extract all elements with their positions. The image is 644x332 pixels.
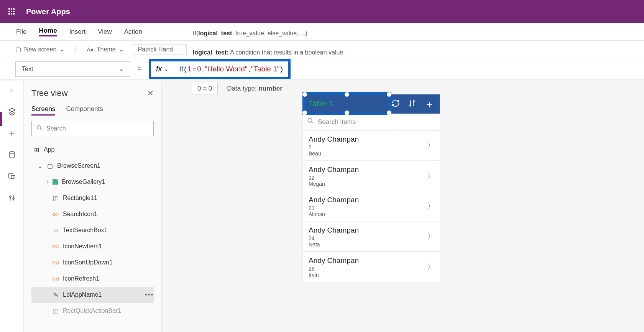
chevron-down-icon: ⌄: [38, 162, 43, 170]
tree-node-selected[interactable]: ✎ LblAppName1 •••: [31, 287, 154, 303]
tree-node-app[interactable]: ⊞ App: [31, 142, 154, 158]
refresh-icon[interactable]: [391, 99, 400, 109]
formula-input[interactable]: If(1=0, "Hello World", "Table 1"): [174, 65, 288, 73]
list-item[interactable]: Andy Champan 5 Beau 〉: [302, 130, 440, 161]
tree-view-icon[interactable]: [8, 107, 16, 116]
data-icon[interactable]: [8, 150, 16, 159]
label-icon: ✎: [52, 291, 59, 298]
chevron-down-icon: ⌄: [59, 46, 64, 53]
svg-rect-1: [8, 173, 13, 178]
menu-view[interactable]: View: [98, 28, 112, 36]
menu-insert[interactable]: Insert: [69, 28, 86, 36]
app-launcher-icon[interactable]: [8, 8, 15, 15]
fx-button[interactable]: fx ⌄: [151, 64, 174, 73]
rectangle-icon: ◫: [52, 307, 59, 314]
selected-label-control[interactable]: Table 1: [302, 92, 391, 115]
insert-icon[interactable]: ＋: [8, 129, 16, 137]
tools-icon[interactable]: [8, 193, 16, 202]
tree-view-panel: Tree view ✕ Screens Components Search ⊞ …: [24, 81, 162, 332]
chevron-right-icon[interactable]: 〉: [427, 171, 434, 180]
tree-search[interactable]: Search: [31, 121, 154, 136]
formula-bar: Text ⌄ = fx ⌄ If(1=0, "Hello World", "Ta…: [0, 58, 644, 80]
list-item[interactable]: Andy Champan 24 Neta 〉: [302, 221, 440, 252]
add-icon[interactable]: ＋: [424, 97, 434, 111]
tree-title: Tree view: [31, 88, 68, 98]
formula-param-hint: logical_test: A condition that results i…: [193, 49, 345, 56]
tree-nodes: ⊞ App ⌄ ▢ BrowseScreen1 › BrowseGallery1…: [31, 142, 154, 319]
iconctl-icon: ◇◇: [52, 259, 59, 266]
gallery-icon: [53, 179, 58, 185]
property-selector[interactable]: Text ⌄: [15, 61, 130, 77]
theme-icon: Aᴀ: [87, 46, 93, 53]
iconctl-icon: ◇◇: [52, 243, 59, 250]
new-screen-button[interactable]: ▢ New screen ⌄: [15, 46, 64, 53]
result-expr: 0 = 0: [192, 83, 218, 94]
app-search-placeholder: Search items: [318, 118, 356, 126]
tree-node[interactable]: ◇◇ IconNewItem1: [31, 238, 154, 254]
equals-label: =: [137, 64, 142, 73]
app-icon: ⊞: [33, 146, 40, 153]
svg-point-6: [308, 118, 312, 122]
formula-input-wrap: fx ⌄ If(1=0, "Hello World", "Table 1"): [149, 59, 291, 79]
chevron-right-icon[interactable]: 〉: [427, 232, 434, 241]
font-select[interactable]: Patrick Hand: [133, 44, 187, 55]
menu-action[interactable]: Action: [124, 28, 142, 36]
brand-label: Power Apps: [26, 7, 70, 16]
list-item[interactable]: Andy Champan 21 Alonso 〉: [302, 191, 440, 221]
left-rail: ≡ ＋: [0, 81, 24, 332]
close-icon[interactable]: ✕: [147, 89, 154, 98]
search-icon: [36, 125, 43, 132]
app-search[interactable]: Search items: [302, 114, 440, 130]
svg-point-0: [9, 152, 14, 154]
svg-point-5: [37, 126, 41, 129]
list-item[interactable]: Andy Champan 26 Irvin 〉: [302, 252, 440, 282]
tree-node[interactable]: ▭ TextSearchBox1: [31, 222, 154, 238]
screen-icon: ▢: [46, 162, 53, 169]
tree-node[interactable]: ◇◇ IconSortUpDown1: [31, 254, 154, 271]
canvas-app: Table 1 ＋ Search items Andy Champan 5 Be…: [302, 94, 440, 282]
iconctl-icon: ◇◇: [52, 275, 59, 282]
sort-icon[interactable]: [408, 99, 416, 109]
formula-signature-hint: If(logical_test, true_value, else_value,…: [193, 30, 307, 37]
app-header: Table 1 ＋: [302, 94, 440, 114]
tab-screens[interactable]: Screens: [31, 105, 55, 116]
screen-icon: ▢: [15, 46, 21, 53]
menu-file[interactable]: File: [16, 28, 26, 36]
new-screen-label: New screen: [24, 46, 56, 53]
tree-node[interactable]: ◇◇ SearchIcon1: [31, 206, 154, 222]
tree-node[interactable]: ◇◇ IconRefresh1: [31, 271, 154, 287]
textbox-icon: ▭: [52, 227, 59, 234]
list-item[interactable]: Andy Champan 12 Megan 〉: [302, 161, 440, 191]
rectangle-icon: ◫: [52, 195, 59, 202]
search-icon: [307, 117, 314, 126]
menubar: File Home Insert View Action: [0, 23, 644, 41]
tree-node[interactable]: ◫ Rectangle11: [31, 190, 154, 206]
chevron-down-icon: ⌄: [119, 65, 124, 73]
more-icon[interactable]: •••: [145, 291, 154, 298]
app-title: Table 1: [309, 99, 334, 108]
menu-home[interactable]: Home: [39, 27, 57, 36]
property-label: Text: [22, 66, 33, 73]
formula-result: 0 = 0 Data type: number: [188, 81, 286, 96]
hamburger-icon[interactable]: ≡: [8, 86, 16, 94]
fx-label: fx: [156, 64, 162, 73]
result-datatype: number: [259, 85, 283, 92]
theme-label: Theme: [97, 46, 116, 53]
tree-node[interactable]: ◫ RectQuickActionBar1: [31, 303, 154, 319]
chevron-right-icon[interactable]: 〉: [427, 202, 434, 211]
chevron-right-icon[interactable]: 〉: [427, 262, 434, 271]
chevron-right-icon[interactable]: 〉: [427, 141, 434, 150]
tab-components[interactable]: Components: [66, 105, 103, 116]
chevron-right-icon: ›: [47, 178, 49, 185]
media-icon[interactable]: [8, 172, 16, 180]
titlebar: Power Apps: [0, 0, 644, 23]
tree-node-screen[interactable]: ⌄ ▢ BrowseScreen1: [31, 158, 154, 174]
chevron-down-icon: ⌄: [119, 46, 124, 53]
chevron-down-icon: ⌄: [164, 66, 169, 72]
tree-search-placeholder: Search: [46, 125, 66, 132]
tree-node-gallery[interactable]: › BrowseGallery1: [31, 174, 154, 190]
theme-button[interactable]: Aᴀ Theme ⌄: [87, 46, 123, 53]
iconctl-icon: ◇◇: [52, 211, 59, 218]
